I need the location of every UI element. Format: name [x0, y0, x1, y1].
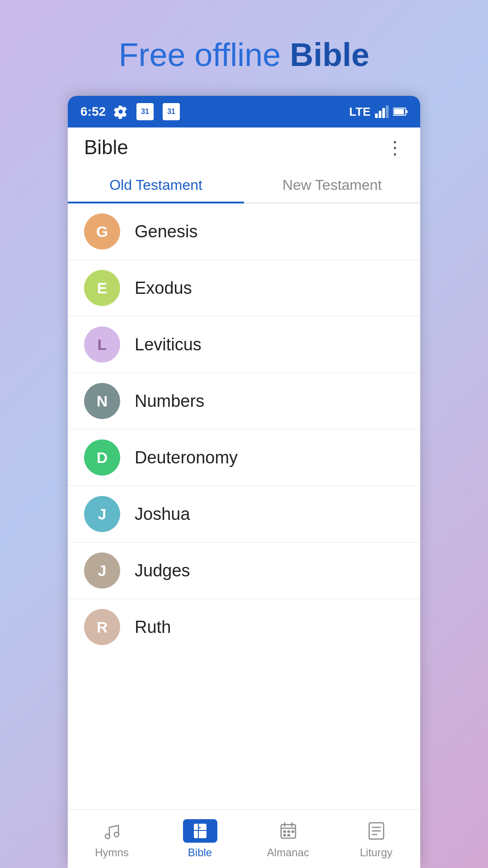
book-avatar-leviticus: L	[84, 326, 120, 363]
promo-title: Free offline Bible	[119, 36, 370, 73]
list-item[interactable]: E Exodus	[68, 260, 420, 316]
book-avatar-numbers: N	[84, 383, 120, 419]
time-display: 6:52	[80, 104, 106, 119]
nav-item-almanac[interactable]: Almanac	[244, 819, 332, 859]
book-name-exodus: Exodus	[135, 278, 192, 298]
signal-icon	[375, 105, 389, 118]
promo-banner: Free offline Bible	[0, 0, 488, 96]
list-item[interactable]: N Numbers	[68, 373, 420, 429]
book-name-numbers: Numbers	[135, 392, 204, 411]
status-right: LTE	[349, 105, 408, 119]
phone-container: 6:52 31 31 LTE	[68, 96, 420, 868]
book-avatar-ruth: R	[84, 609, 120, 645]
nav-item-bible[interactable]: Bible	[156, 819, 244, 859]
book-list: G Genesis E Exodus L Leviticus N Numbers	[68, 203, 420, 809]
bible-icon	[188, 819, 212, 843]
app-bar: Bible ⋮	[68, 127, 420, 167]
nav-label-almanac: Almanac	[267, 846, 309, 859]
book-name-joshua: Joshua	[135, 505, 190, 524]
book-avatar-joshua: J	[84, 496, 120, 532]
tab-new-testament[interactable]: New Testament	[244, 167, 420, 203]
book-name-ruth: Ruth	[135, 618, 171, 637]
svg-rect-0	[375, 113, 378, 118]
svg-rect-1	[379, 111, 381, 118]
calendar-icon-1: 31	[136, 103, 154, 120]
list-item[interactable]: J Joshua	[68, 486, 420, 542]
list-item[interactable]: L Leviticus	[68, 316, 420, 373]
hymns-icon	[100, 819, 124, 843]
svg-rect-18	[291, 830, 294, 833]
book-name-judges: Judges	[135, 561, 190, 580]
list-item[interactable]: R Ruth	[68, 599, 420, 655]
book-avatar-genesis: G	[84, 213, 120, 250]
testament-tabs: Old Testament New Testament	[68, 167, 420, 203]
calendar-icon-2: 31	[163, 103, 180, 120]
more-options-button[interactable]: ⋮	[386, 138, 404, 156]
svg-rect-20	[287, 834, 290, 836]
svg-rect-17	[287, 830, 290, 833]
svg-rect-16	[283, 830, 286, 833]
nav-label-liturgy: Liturgy	[360, 846, 392, 859]
list-item[interactable]: J Judges	[68, 542, 420, 599]
app-title: Bible	[84, 136, 128, 159]
status-left: 6:52 31 31	[80, 103, 181, 120]
nav-item-hymns[interactable]: Hymns	[68, 819, 156, 859]
book-avatar-deuteronomy: D	[84, 439, 120, 476]
nav-label-hymns: Hymns	[95, 846, 129, 859]
bottom-nav: Hymns Bible	[68, 809, 420, 868]
svg-rect-5	[394, 109, 404, 114]
tab-old-testament[interactable]: Old Testament	[68, 167, 244, 203]
liturgy-icon	[365, 819, 388, 843]
svg-rect-6	[406, 110, 408, 113]
gear-icon	[113, 104, 128, 119]
svg-rect-19	[283, 834, 286, 836]
list-item[interactable]: G Genesis	[68, 203, 420, 260]
nav-label-bible: Bible	[188, 846, 212, 859]
book-name-leviticus: Leviticus	[135, 335, 202, 354]
status-bar: 6:52 31 31 LTE	[68, 96, 420, 127]
book-name-deuteronomy: Deuteronomy	[135, 448, 238, 467]
svg-rect-2	[382, 108, 385, 118]
book-avatar-judges: J	[84, 552, 120, 589]
battery-icon	[393, 107, 408, 116]
lte-indicator: LTE	[349, 105, 371, 119]
book-avatar-exodus: E	[84, 270, 120, 306]
svg-point-7	[105, 834, 110, 839]
list-item[interactable]: D Deuteronomy	[68, 429, 420, 486]
almanac-icon	[277, 819, 300, 843]
svg-point-8	[114, 832, 119, 837]
svg-rect-3	[386, 105, 389, 118]
nav-item-liturgy[interactable]: Liturgy	[332, 819, 420, 859]
book-name-genesis: Genesis	[135, 222, 197, 241]
